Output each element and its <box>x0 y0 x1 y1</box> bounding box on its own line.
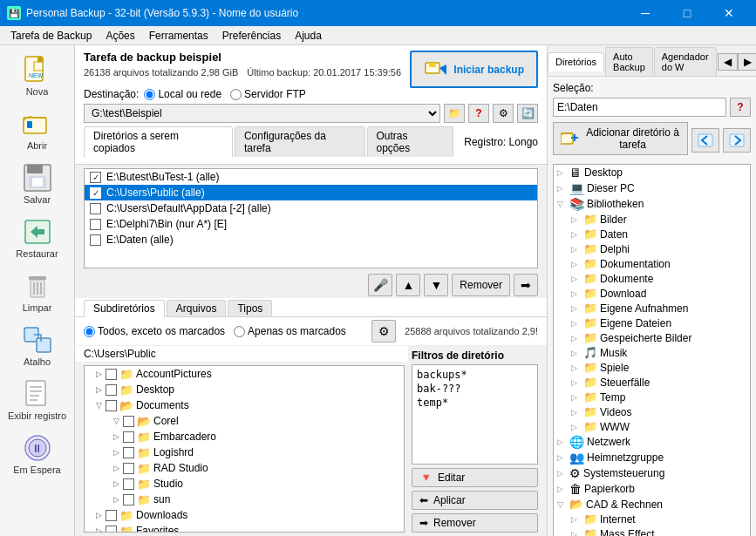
menu-preferencias[interactable]: Preferências <box>215 28 288 44</box>
path-help-button[interactable]: ? <box>468 104 489 123</box>
right-tree-temp[interactable]: ▷ 📁 Temp <box>554 390 750 404</box>
radio-all-input[interactable] <box>84 326 95 337</box>
filter-edit-button[interactable]: 🔻 Editar <box>412 468 538 487</box>
tree-node-8[interactable]: ▷ 📁 sun <box>85 492 404 507</box>
rt-expand-24[interactable]: ▷ <box>571 530 583 537</box>
abrir-button[interactable]: Abrir <box>3 103 72 155</box>
nav-prev-button[interactable] <box>691 128 719 153</box>
tab-diretorios[interactable]: Diretórios a serem copiados <box>84 126 233 158</box>
rt-expand-7[interactable]: ▷ <box>571 275 583 283</box>
right-tree[interactable]: ▷ 🖥 Desktop ▷ 💻 Dieser PC ▽ 📚 Bibliothek… <box>553 164 751 536</box>
dir-item-4[interactable]: E:\Daten (alle) <box>85 232 537 248</box>
rt-expand-6[interactable]: ▷ <box>571 260 583 268</box>
dir-item-3[interactable]: E:\Delphi7\Bin (nur A*) [E] <box>85 216 537 232</box>
rt-expand-23[interactable]: ▷ <box>571 515 583 524</box>
maximize-button[interactable]: □ <box>667 0 707 26</box>
tree-cb-6[interactable] <box>123 463 134 474</box>
right-tree-musik[interactable]: ▷ 🎵 Musik <box>554 345 750 360</box>
filter-remove-button[interactable]: ➡ Remover <box>412 513 538 533</box>
add-dir-button[interactable]: Adicionar diretório à tarefa <box>553 122 688 155</box>
salvar-button[interactable]: Salvar <box>3 157 72 209</box>
tree-cb-2[interactable] <box>106 400 117 411</box>
right-tree-mass-effect[interactable]: ▷ 📁 Mass Effect <box>554 526 750 536</box>
radio-ftp-input[interactable] <box>230 89 242 100</box>
rt-expand-21[interactable]: ▷ <box>557 485 569 493</box>
sub-tab-arquivos[interactable]: Arquivos <box>167 300 227 316</box>
tree-cb-5[interactable] <box>123 447 134 458</box>
rt-expand-16[interactable]: ▷ <box>571 408 583 417</box>
right-tree-delphi[interactable]: ▷ 📁 Delphi <box>554 241 750 256</box>
right-tree-bibliotheken[interactable]: ▽ 📚 Bibliotheken <box>554 196 750 212</box>
expand-7[interactable]: ▷ <box>109 477 123 491</box>
tree-cb-10[interactable] <box>106 526 117 533</box>
dir-checkbox-2[interactable] <box>90 203 101 214</box>
selection-help-button[interactable]: ? <box>730 98 751 117</box>
path-browse-button[interactable]: 📁 <box>444 104 465 123</box>
expand-0[interactable]: ▷ <box>92 367 106 381</box>
menu-acoes[interactable]: Ações <box>99 28 141 44</box>
right-tree-netzwerk[interactable]: ▷ 🌐 Netzwerk <box>554 434 750 450</box>
restaurar-button[interactable]: Restaurar <box>3 211 72 263</box>
dir-down-button[interactable]: ▼ <box>424 274 448 296</box>
tree-cb-7[interactable] <box>123 478 134 490</box>
path-refresh-button[interactable]: 🔄 <box>517 104 538 123</box>
right-tree-heimnetz[interactable]: ▷ 👥 Heimnetzgruppe <box>554 450 750 465</box>
right-tree-dokumentation[interactable]: ▷ 📁 Dokumentation <box>554 256 750 271</box>
menu-ferramentas[interactable]: Ferramentas <box>142 28 215 44</box>
dir-checkbox-3[interactable] <box>90 219 101 230</box>
dir-checkbox-1[interactable] <box>90 187 101 199</box>
radio-local[interactable]: Local ou rede <box>144 88 221 100</box>
tree-node-3[interactable]: ▽ 📂 Corel <box>85 413 404 429</box>
tree-cb-9[interactable] <box>106 510 117 521</box>
menu-tarefa[interactable]: Tarefa de Backup <box>3 28 99 44</box>
tree-node-1[interactable]: ▷ 📁 Desktop <box>85 382 404 397</box>
expand-10[interactable]: ▷ <box>92 524 106 533</box>
sub-tab-subdiretorios[interactable]: Subdiretórios <box>84 300 165 317</box>
right-nav-right[interactable]: ▶ <box>738 53 756 71</box>
rt-expand-14[interactable]: ▷ <box>571 378 583 387</box>
expand-8[interactable]: ▷ <box>109 492 123 506</box>
radio-ftp[interactable]: Servidor FTP <box>230 88 306 100</box>
radio-local-input[interactable] <box>144 89 155 100</box>
right-tree-www[interactable]: ▷ 📁 WWW <box>554 419 750 434</box>
dir-item-2[interactable]: C:\Users\Default\AppData [-2] (alle) <box>85 200 537 216</box>
radio-marked[interactable]: Apenas os marcados <box>234 325 346 337</box>
tree-node-4[interactable]: ▷ 📁 Embarcadero <box>85 429 404 444</box>
tree-node-6[interactable]: ▷ 📁 RAD Studio <box>85 460 404 476</box>
tree-node-5[interactable]: ▷ 📁 Logishrd <box>85 444 404 460</box>
tree-cb-4[interactable] <box>123 431 134 443</box>
tree-cb-0[interactable] <box>106 369 117 380</box>
rt-expand-19[interactable]: ▷ <box>557 453 569 462</box>
path-select[interactable]: G:\test\Beispiel <box>84 104 440 123</box>
path-settings-button[interactable]: ⚙ <box>493 104 514 123</box>
right-tree-spiele[interactable]: ▷ 📁 Spiele <box>554 360 750 375</box>
nav-next-button[interactable] <box>723 128 751 153</box>
limpar-button[interactable]: Limpar <box>3 265 72 317</box>
exibir-registro-button[interactable]: Exibir registro <box>3 373 72 425</box>
rt-expand-10[interactable]: ▷ <box>571 319 583 328</box>
right-tree-eigene-aufnahmen[interactable]: ▷ 📁 Eigene Aufnahmen <box>554 301 750 315</box>
right-tree-dieser-pc[interactable]: ▷ 💻 Dieser PC <box>554 180 750 196</box>
rt-expand-12[interactable]: ▷ <box>571 349 583 357</box>
start-backup-button[interactable]: Iniciar backup <box>410 51 538 88</box>
expand-2[interactable]: ▽ <box>92 398 106 412</box>
dir-item-1[interactable]: C:\Users\Public (alle) <box>85 185 537 200</box>
atalho-button[interactable]: Atalho <box>3 319 72 371</box>
dir-checkbox-0[interactable] <box>90 172 101 183</box>
rt-expand-18[interactable]: ▷ <box>557 438 569 446</box>
expand-3[interactable]: ▽ <box>109 414 123 428</box>
expand-4[interactable]: ▷ <box>109 430 123 444</box>
dir-remove-button[interactable]: Remover <box>452 274 510 296</box>
right-tree-eigene-dateien[interactable]: ▷ 📁 Eigene Dateien <box>554 315 750 330</box>
radio-marked-input[interactable] <box>234 326 245 337</box>
right-tree-bilder[interactable]: ▷ 📁 Bilder <box>554 212 750 227</box>
dir-checkbox-4[interactable] <box>90 234 101 246</box>
tree-cb-8[interactable] <box>123 494 134 505</box>
tree-node-0[interactable]: ▷ 📁 AccountPictures <box>85 366 404 382</box>
filter-apply-button[interactable]: ⬅ Aplicar <box>412 491 538 510</box>
dir-arrow-button[interactable]: ➡ <box>514 274 538 296</box>
tab-outras[interactable]: Outras opções <box>367 126 454 157</box>
rt-expand-4[interactable]: ▷ <box>571 230 583 239</box>
tree-cb-1[interactable] <box>106 384 117 396</box>
close-button[interactable]: ✕ <box>709 0 749 26</box>
